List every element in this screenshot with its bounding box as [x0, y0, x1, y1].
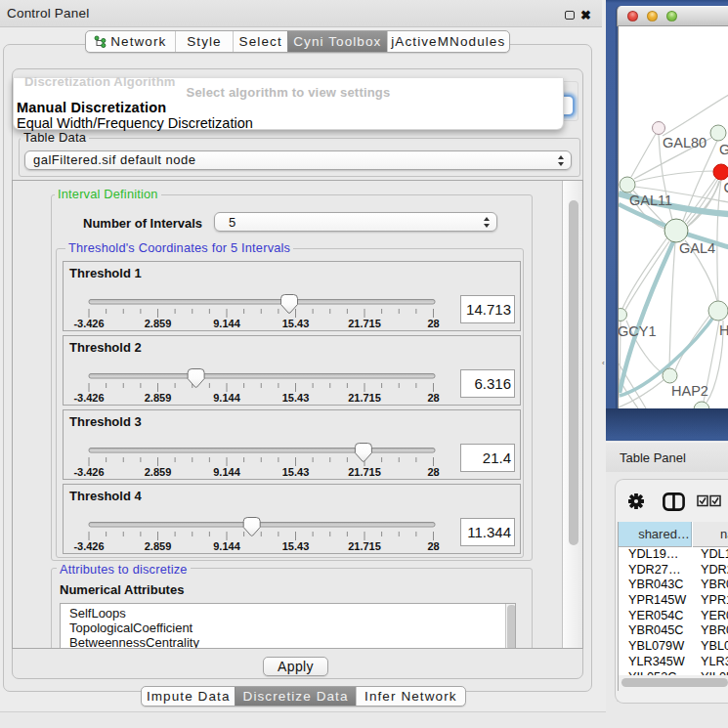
svg-text:GAL80: GAL80 — [663, 135, 707, 150]
svg-text:15.43: 15.43 — [282, 318, 310, 329]
svg-text:-3.426: -3.426 — [73, 466, 104, 478]
svg-text:9.144: 9.144 — [213, 392, 240, 404]
svg-text:28: 28 — [427, 466, 439, 478]
svg-text:-3.426: -3.426 — [73, 392, 104, 404]
svg-text:-3.426: -3.426 — [73, 540, 104, 552]
svg-text:9.144: 9.144 — [213, 466, 240, 478]
svg-text:2.859: 2.859 — [145, 540, 172, 552]
svg-text:21.715: 21.715 — [348, 466, 381, 478]
svg-text:28: 28 — [427, 318, 439, 329]
svg-text:21.715: 21.715 — [348, 318, 381, 329]
svg-text:15.43: 15.43 — [282, 466, 310, 478]
svg-text:GAL11: GAL11 — [629, 193, 672, 208]
svg-text:9.144: 9.144 — [213, 318, 240, 329]
svg-text:-3.426: -3.426 — [73, 318, 104, 329]
svg-text:CY: CY — [724, 180, 728, 195]
svg-text:2.859: 2.859 — [145, 466, 172, 478]
svg-text:2.859: 2.859 — [145, 392, 172, 404]
svg-text:GCY1: GCY1 — [619, 323, 657, 339]
svg-text:GAL: GAL — [719, 142, 728, 157]
svg-text:H: H — [719, 322, 728, 338]
svg-text:15.43: 15.43 — [282, 392, 310, 404]
svg-text:21.715: 21.715 — [348, 392, 381, 404]
svg-text:21.715: 21.715 — [348, 540, 381, 552]
svg-text:GAL4: GAL4 — [679, 240, 715, 256]
svg-text:28: 28 — [427, 392, 439, 404]
svg-text:HAP2: HAP2 — [671, 383, 708, 399]
svg-text:15.43: 15.43 — [282, 540, 310, 552]
svg-text:28: 28 — [427, 540, 439, 552]
svg-text:2.859: 2.859 — [145, 318, 172, 329]
svg-text:9.144: 9.144 — [213, 540, 240, 552]
